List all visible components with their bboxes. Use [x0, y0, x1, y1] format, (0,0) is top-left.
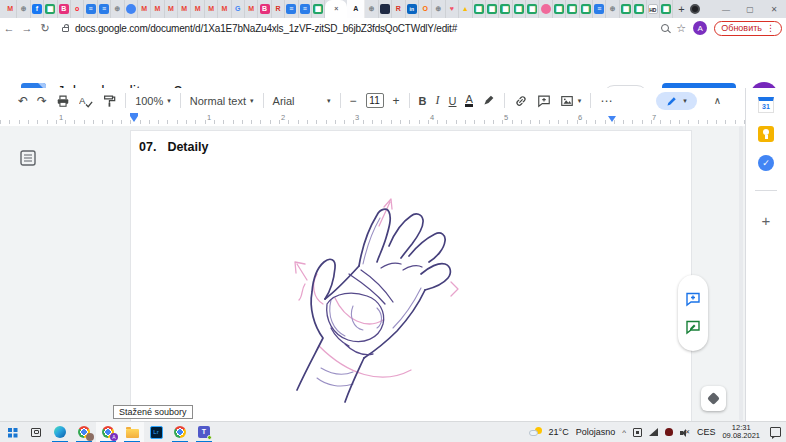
- browser-tab[interactable]: M: [205, 0, 218, 18]
- weather-desc[interactable]: Polojasno: [576, 427, 616, 437]
- spellcheck-icon[interactable]: A: [79, 94, 93, 108]
- start-button[interactable]: [0, 422, 24, 442]
- browser-tab[interactable]: ⊕: [17, 0, 30, 18]
- browser-tab[interactable]: ▦: [499, 0, 512, 18]
- browser-tab[interactable]: o: [71, 0, 84, 18]
- browser-tab[interactable]: ▦: [44, 0, 57, 18]
- taskbar-chrome-2[interactable]: A: [96, 422, 120, 442]
- browser-tab[interactable]: ▦: [513, 0, 526, 18]
- browser-tab[interactable]: ×: [325, 0, 347, 18]
- browser-tab[interactable]: M: [191, 0, 204, 18]
- task-view-button[interactable]: [24, 422, 48, 442]
- redo-icon[interactable]: ↷: [37, 94, 47, 108]
- tab-search-icon[interactable]: [690, 4, 700, 14]
- right-indent-marker[interactable]: [608, 116, 616, 122]
- browser-tab[interactable]: ⊕: [111, 0, 124, 18]
- browser-tab[interactable]: M: [178, 0, 191, 18]
- zoom-icon[interactable]: [661, 24, 669, 32]
- action-center-icon[interactable]: [770, 427, 781, 437]
- browser-tab[interactable]: f: [31, 0, 44, 18]
- browser-tab[interactable]: ⊕: [606, 0, 619, 18]
- clock[interactable]: 12:31 09.08.2021: [722, 424, 760, 441]
- hand-sketch-image[interactable]: [261, 178, 481, 408]
- highlight-color-icon[interactable]: [482, 94, 495, 107]
- browser-tab[interactable]: G: [232, 0, 245, 18]
- browser-profile-avatar[interactable]: A: [693, 21, 707, 35]
- network-icon[interactable]: [649, 428, 658, 436]
- browser-tab[interactable]: M: [218, 0, 231, 18]
- browser-tab[interactable]: ▦: [580, 0, 593, 18]
- print-icon[interactable]: [56, 94, 70, 108]
- paint-format-icon[interactable]: [102, 94, 116, 108]
- maximize-button[interactable]: ▢: [738, 0, 762, 18]
- browser-tab[interactable]: ≡: [98, 0, 111, 18]
- browser-tab[interactable]: M: [245, 0, 258, 18]
- taskbar-edge[interactable]: [48, 422, 72, 442]
- get-addons-button[interactable]: +: [762, 212, 771, 229]
- document-outline-icon[interactable]: [20, 150, 36, 166]
- browser-tab[interactable]: ≡: [299, 0, 312, 18]
- browser-menu-icon[interactable]: ⋮: [766, 23, 775, 33]
- insert-link-icon[interactable]: [514, 94, 528, 108]
- tasks-icon[interactable]: ✓: [758, 155, 774, 171]
- bookmark-star-icon[interactable]: ☆: [676, 22, 686, 35]
- browser-tab[interactable]: ⊕: [365, 0, 378, 18]
- browser-tab[interactable]: HD: [647, 0, 660, 18]
- taskbar-lightroom[interactable]: Lr: [144, 422, 168, 442]
- text-color-button[interactable]: A: [465, 94, 472, 107]
- forward-icon[interactable]: →: [18, 22, 36, 34]
- keyboard-language[interactable]: CES: [697, 427, 716, 437]
- taskbar-chrome-3[interactable]: [168, 422, 192, 442]
- browser-tab[interactable]: M: [138, 0, 151, 18]
- close-button[interactable]: ✕: [762, 0, 786, 18]
- new-tab-button[interactable]: +: [673, 3, 689, 15]
- browser-tab[interactable]: ⊕: [432, 0, 445, 18]
- browser-tab[interactable]: ▦: [312, 0, 325, 18]
- paragraph-style-select[interactable]: Normal text▾: [190, 95, 254, 107]
- browser-tab[interactable]: ♥: [446, 0, 459, 18]
- browser-tab[interactable]: ▦: [473, 0, 486, 18]
- explore-button[interactable]: [701, 386, 726, 411]
- browser-tab[interactable]: ▦: [633, 0, 646, 18]
- underline-button[interactable]: U: [449, 95, 457, 107]
- taskbar-file-explorer[interactable]: [120, 422, 144, 442]
- browser-tab[interactable]: R: [392, 0, 405, 18]
- browser-tab[interactable]: M: [165, 0, 178, 18]
- browser-tab[interactable]: ▦: [553, 0, 566, 18]
- document-page[interactable]: 07.Detaily: [130, 130, 692, 421]
- undo-icon[interactable]: ↶: [18, 94, 28, 108]
- browser-tab[interactable]: A: [347, 0, 365, 18]
- taskbar-teams[interactable]: T: [192, 422, 216, 442]
- document-scrollbar[interactable]: [739, 126, 743, 421]
- volume-muted-icon[interactable]: [680, 428, 690, 437]
- browser-tab[interactable]: ≡: [285, 0, 298, 18]
- taskbar-chrome-1[interactable]: [72, 422, 96, 442]
- browser-tab[interactable]: [379, 0, 392, 18]
- browser-tab[interactable]: [125, 0, 138, 18]
- document-heading[interactable]: 07.Detaily: [139, 140, 208, 154]
- browser-tab[interactable]: B: [58, 0, 71, 18]
- url-text[interactable]: docs.google.com/document/d/1Xa1E7bNaZu4x…: [75, 23, 457, 34]
- suggest-edits-icon[interactable]: [685, 319, 701, 335]
- increase-font-size-button[interactable]: +: [393, 94, 400, 108]
- reload-icon[interactable]: ↻: [36, 22, 54, 35]
- weather-icon[interactable]: [529, 427, 542, 438]
- minimize-button[interactable]: —: [714, 0, 738, 18]
- browser-tab[interactable]: M: [4, 0, 17, 18]
- browser-tab[interactable]: ≡: [593, 0, 606, 18]
- hide-menus-button[interactable]: ∧: [714, 95, 721, 106]
- zoom-select[interactable]: 100%▾: [135, 95, 171, 107]
- font-size-input[interactable]: 11: [366, 93, 384, 108]
- back-icon[interactable]: ←: [0, 22, 18, 34]
- browser-tab[interactable]: R: [272, 0, 285, 18]
- decrease-font-size-button[interactable]: −: [350, 94, 357, 108]
- browser-tab[interactable]: ▦: [660, 0, 673, 18]
- add-comment-float-icon[interactable]: [685, 291, 701, 307]
- more-tools-button[interactable]: ⋯: [600, 94, 612, 108]
- browser-tab[interactable]: ≡: [84, 0, 97, 18]
- browser-tab[interactable]: O: [419, 0, 432, 18]
- antivirus-tray-icon[interactable]: [665, 428, 673, 436]
- add-comment-icon[interactable]: [537, 94, 551, 108]
- chrome-update-button[interactable]: Обновить ⋮: [714, 21, 782, 36]
- browser-tab[interactable]: ▦: [620, 0, 633, 18]
